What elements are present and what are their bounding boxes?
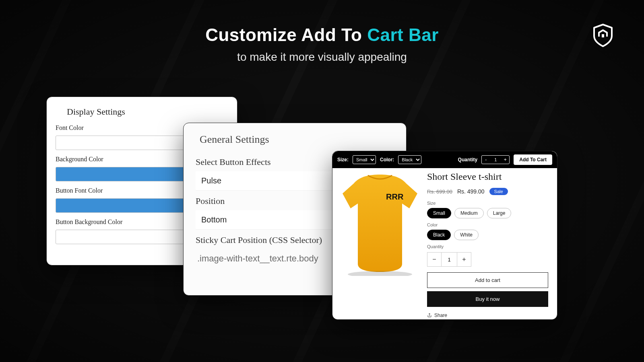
quantity-stepper[interactable]: − +	[427, 252, 471, 267]
qty-minus-button[interactable]: −	[427, 253, 441, 266]
svg-point-1	[348, 271, 412, 276]
color-option-black[interactable]: Black	[427, 230, 451, 240]
size-option-label: Size	[427, 201, 548, 206]
sticky-color-select[interactable]: Black	[398, 155, 421, 164]
headline-title: Customize Add To Cart Bar	[0, 25, 644, 45]
sticky-add-to-cart-button[interactable]: Add To Cart	[514, 154, 552, 165]
product-image: RRR	[332, 168, 427, 319]
headline: Customize Add To Cart Bar to make it mor…	[0, 25, 644, 64]
color-option-label: Color	[427, 222, 548, 227]
sticky-qty-label: Quantity	[458, 157, 478, 162]
size-option-row: Small Medium Large	[427, 208, 548, 218]
size-option-medium[interactable]: Medium	[454, 208, 484, 218]
display-settings-title: Display Settings	[67, 107, 228, 117]
product-preview-panel: Size: Small Color: Black Quantity - 1 + …	[332, 151, 557, 320]
brand-logo-icon	[590, 22, 616, 48]
svg-rect-0	[602, 34, 604, 37]
product-title: Short Sleeve t-shirt	[427, 171, 548, 182]
add-to-cart-button[interactable]: Add to cart	[427, 272, 548, 288]
qty-plus-button[interactable]: +	[457, 253, 471, 266]
sticky-qty-value: 1	[490, 157, 501, 162]
price-current: Rs. 499.00	[457, 188, 485, 195]
color-option-row: Black White	[427, 230, 548, 240]
tshirt-icon: RRR	[338, 171, 422, 276]
qty-input[interactable]	[441, 253, 457, 266]
price-row: Rs. 699.00 Rs. 499.00 Sale	[427, 188, 548, 195]
qty-option-label: Quantity	[427, 244, 548, 249]
sticky-color-label: Color:	[380, 157, 394, 162]
headline-accent: Cart Bar	[367, 25, 439, 45]
shirt-graphic-text: RRR	[386, 192, 404, 201]
sticky-size-label: Size:	[337, 157, 349, 162]
general-settings-title: General Settings	[200, 134, 394, 146]
headline-sub: to make it more visually appealing	[0, 51, 644, 64]
headline-prefix: Customize Add To	[205, 25, 367, 45]
sticky-qty-minus[interactable]: -	[482, 156, 490, 164]
sticky-cart-bar: Size: Small Color: Black Quantity - 1 + …	[332, 151, 557, 168]
share-icon	[427, 313, 432, 318]
sticky-size-select[interactable]: Small	[353, 155, 376, 164]
buy-now-button[interactable]: Buy it now	[427, 291, 548, 307]
color-option-white[interactable]: White	[454, 230, 479, 240]
size-option-large[interactable]: Large	[487, 208, 512, 218]
sticky-qty-stepper[interactable]: - 1 +	[481, 155, 510, 164]
product-info: Short Sleeve t-shirt Rs. 699.00 Rs. 499.…	[427, 168, 557, 319]
sale-badge: Sale	[489, 188, 508, 195]
sticky-qty-plus[interactable]: +	[501, 156, 509, 164]
share-button[interactable]: Share	[427, 313, 548, 318]
share-label: Share	[434, 313, 447, 318]
price-compare: Rs. 699.00	[427, 189, 452, 195]
size-option-small[interactable]: Small	[427, 208, 451, 218]
